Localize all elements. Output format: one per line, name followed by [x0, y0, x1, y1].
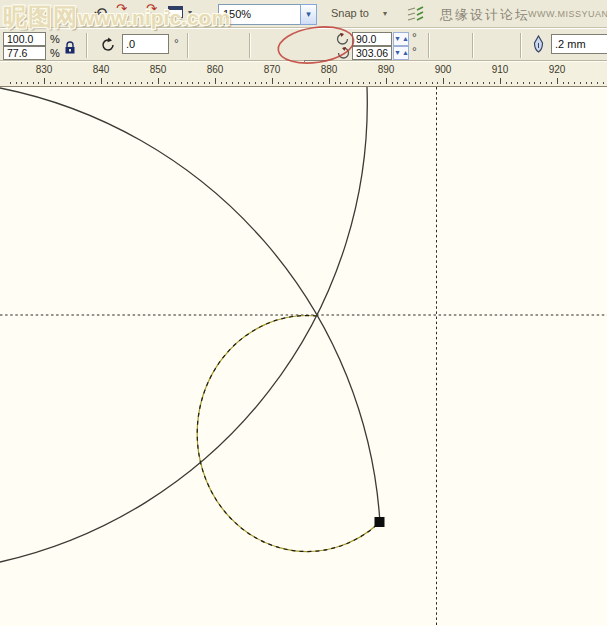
- selected-arc[interactable]: [197, 316, 380, 552]
- spin-down-icon[interactable]: ▼: [394, 49, 402, 56]
- redo-icon[interactable]: ↷: [116, 1, 127, 16]
- arc-end-angle-icon: [336, 46, 350, 59]
- ruler-minor-tick: [152, 82, 153, 84]
- ruler-minor-tick: [437, 82, 438, 84]
- ruler-minor-tick: [591, 82, 592, 84]
- ruler-minor-tick: [209, 82, 210, 84]
- outline-width-input[interactable]: [551, 34, 607, 54]
- ruler-minor-tick: [261, 82, 262, 84]
- ruler-minor-tick: [472, 82, 473, 84]
- ruler-minor-tick: [546, 82, 547, 84]
- launcher-dropdown-icon[interactable]: ▾: [188, 8, 192, 17]
- ruler-minor-tick: [477, 82, 478, 84]
- ruler-minor-tick: [380, 82, 381, 84]
- ruler-label: 880: [321, 64, 338, 75]
- ruler-label: 890: [378, 64, 395, 75]
- spin-up-icon[interactable]: ▲: [402, 49, 410, 56]
- ruler-minor-tick: [426, 82, 427, 84]
- ruler-minor-tick: [586, 82, 587, 84]
- ruler-major-tick: [500, 78, 501, 84]
- drawing-area[interactable]: [0, 87, 607, 626]
- ruler-minor-tick: [10, 82, 11, 84]
- ruler-minor-tick: [529, 82, 530, 84]
- snap-settings-icon[interactable]: [406, 5, 426, 23]
- ruler-minor-tick: [346, 82, 347, 84]
- spin-down-icon[interactable]: ▼: [394, 35, 402, 42]
- separator: [249, 33, 251, 58]
- arc-end-node-handle[interactable]: [375, 517, 385, 527]
- ruler-minor-tick: [551, 82, 552, 84]
- object-scale-h-input[interactable]: [3, 32, 46, 46]
- ruler-label: 850: [150, 64, 167, 75]
- ruler-minor-tick: [175, 82, 176, 84]
- ruler-minor-tick: [61, 82, 62, 84]
- separator: [187, 33, 189, 58]
- ruler-minor-tick: [466, 82, 467, 84]
- arc-start-angle-spinner[interactable]: ▼▲: [393, 32, 409, 46]
- ruler-minor-tick: [397, 82, 398, 84]
- ruler-minor-tick: [95, 82, 96, 84]
- ruler-minor-tick: [73, 82, 74, 84]
- undo-icon[interactable]: ↶: [94, 4, 107, 23]
- object-scale-v-input[interactable]: [3, 46, 46, 60]
- ruler-major-tick: [101, 78, 102, 84]
- ruler-minor-tick: [295, 82, 296, 84]
- ruler-minor-tick: [494, 82, 495, 84]
- curve-left[interactable]: [0, 88, 380, 523]
- ruler-minor-tick: [84, 82, 85, 84]
- snap-to-button[interactable]: Snap to: [331, 7, 369, 19]
- zoom-level-combobox[interactable]: 150%: [218, 4, 301, 25]
- ruler-minor-tick: [90, 82, 91, 84]
- start-angle-degree-label: °: [412, 31, 417, 45]
- zoom-dropdown-button[interactable]: ▾: [300, 4, 317, 25]
- rotation-degree-label: °: [174, 37, 179, 51]
- ruler-minor-tick: [369, 82, 370, 84]
- arc-end-angle-input[interactable]: [352, 46, 392, 60]
- ruler-label: 860: [207, 64, 224, 75]
- ruler-minor-tick: [221, 82, 222, 84]
- ruler-minor-tick: [358, 82, 359, 84]
- ruler-minor-tick: [432, 82, 433, 84]
- ruler-minor-tick: [181, 82, 182, 84]
- ruler-label: 920: [549, 64, 566, 75]
- app-window: ↶ ↷ ↷ ▾ 150% ▾ Snap to ▾ 思缘设计论坛 WWW.MISS…: [0, 0, 607, 626]
- ruler-minor-tick: [323, 82, 324, 84]
- ruler-minor-tick: [580, 82, 581, 84]
- separator: [428, 33, 430, 58]
- scale-lock-icon[interactable]: [63, 40, 77, 55]
- ruler-label: 840: [93, 64, 110, 75]
- rotation-icon: [100, 37, 116, 53]
- rotation-angle-input[interactable]: [122, 34, 169, 54]
- ruler-label: 870: [264, 64, 281, 75]
- ruler-minor-tick: [21, 82, 22, 84]
- end-angle-degree-label: °: [412, 45, 417, 59]
- ruler-minor-tick: [409, 82, 410, 84]
- ruler-major-tick: [158, 78, 159, 84]
- ruler-minor-tick: [147, 82, 148, 84]
- import-icon[interactable]: ↷: [146, 1, 157, 16]
- ruler-minor-tick: [124, 82, 125, 84]
- curve-right[interactable]: [0, 87, 367, 562]
- ruler-minor-tick: [226, 82, 227, 84]
- ruler-minor-tick: [130, 82, 131, 84]
- ruler-minor-tick: [534, 82, 535, 84]
- ruler-minor-tick: [306, 82, 307, 84]
- arc-start-angle-icon: [336, 32, 350, 45]
- ruler-major-tick: [215, 78, 216, 84]
- ruler[interactable]: 830840850860870880890900910920: [0, 62, 607, 87]
- ruler-minor-tick: [187, 82, 188, 84]
- ruler-minor-tick: [318, 82, 319, 84]
- arc-end-angle-spinner[interactable]: ▼▲: [393, 46, 409, 60]
- arc-start-angle-input[interactable]: [352, 32, 392, 46]
- ruler-minor-tick: [33, 82, 34, 84]
- snap-to-dropdown-icon[interactable]: ▾: [383, 9, 387, 18]
- spin-up-icon[interactable]: ▲: [402, 35, 410, 42]
- canvas[interactable]: FJ 软件自学网 www.rjzxw.com: [0, 87, 607, 626]
- ruler-minor-tick: [232, 82, 233, 84]
- watermark-missyuan-name: 思缘设计论坛: [440, 6, 530, 24]
- application-launcher-icon[interactable]: [168, 6, 183, 18]
- ruler-minor-tick: [164, 82, 165, 84]
- ruler-major-tick: [272, 78, 273, 84]
- ruler-minor-tick: [244, 82, 245, 84]
- ruler-minor-tick: [449, 82, 450, 84]
